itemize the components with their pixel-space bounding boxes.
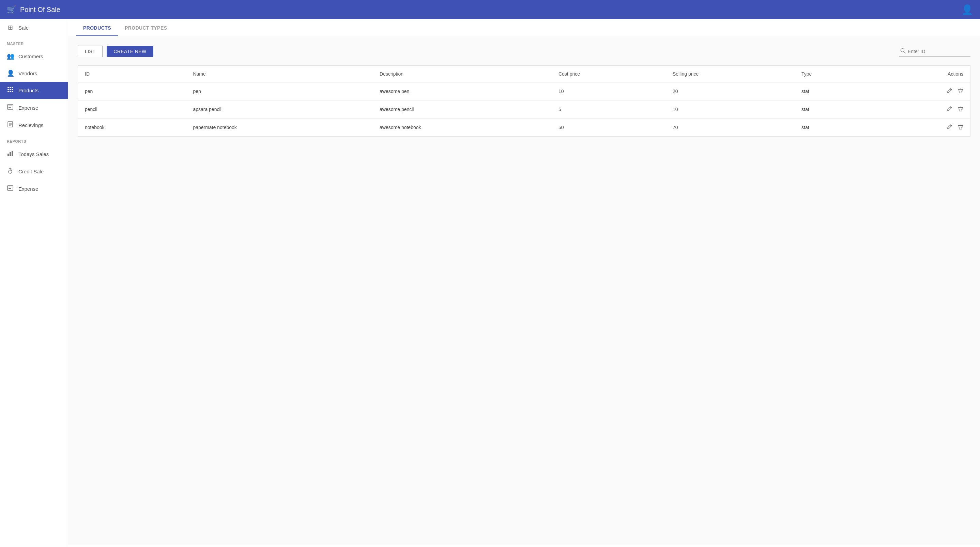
svg-rect-11 <box>8 107 11 108</box>
cell-description: awesome pencil <box>373 100 552 119</box>
sidebar-item-sale[interactable]: ⊞ Sale <box>0 19 68 36</box>
svg-line-26 <box>950 89 951 90</box>
tab-products[interactable]: PRODUCTS <box>76 19 118 36</box>
search-icon <box>900 48 906 55</box>
sidebar-label-sale: Sale <box>18 25 29 31</box>
sidebar-item-products[interactable]: Products <box>0 82 68 99</box>
recievings-icon <box>7 121 14 129</box>
table-header: ID Name Description Cost price Selling p… <box>78 66 970 83</box>
sidebar-label-recievings: Recievings <box>18 122 43 128</box>
svg-line-25 <box>904 51 906 53</box>
svg-point-2 <box>11 87 13 88</box>
app-title: Point Of Sale <box>20 6 60 14</box>
cell-description: awesome pen <box>373 83 552 100</box>
edit-icon[interactable] <box>947 106 952 113</box>
col-selling-price: Selling price <box>666 66 795 83</box>
master-section-label: MASTER <box>0 36 68 48</box>
col-actions: Actions <box>873 66 970 83</box>
cell-selling-price: 20 <box>666 83 795 100</box>
main-content: PRODUCTS PRODUCT TYPES LIST CREATE NEW <box>68 19 980 547</box>
cell-name: pen <box>186 83 373 100</box>
products-icon <box>7 86 14 94</box>
content-area: LIST CREATE NEW <box>68 36 980 545</box>
cell-actions <box>873 83 970 100</box>
sale-icon: ⊞ <box>7 24 14 31</box>
svg-point-7 <box>10 91 11 92</box>
sidebar-label-todays-sales: Todays Sales <box>18 151 49 157</box>
credit-sale-icon <box>7 168 14 175</box>
sidebar-item-expense-report[interactable]: Expense <box>0 180 68 197</box>
sidebar-item-todays-sales[interactable]: Todays Sales <box>0 145 68 163</box>
todays-sales-icon <box>7 150 14 158</box>
svg-rect-16 <box>8 154 9 156</box>
sidebar-item-expense[interactable]: Expense <box>0 99 68 116</box>
edit-icon[interactable] <box>947 124 952 131</box>
cell-selling-price: 10 <box>666 100 795 119</box>
cell-id: pen <box>78 83 186 100</box>
delete-icon[interactable] <box>958 124 963 131</box>
account-icon[interactable]: 👤 <box>961 4 973 15</box>
sidebar-label-credit-sale: Credit Sale <box>18 169 44 174</box>
expense-icon <box>7 104 14 112</box>
sidebar-label-expense: Expense <box>18 105 38 111</box>
col-id: ID <box>78 66 186 83</box>
table-row: notebook papermate notebook awesome note… <box>78 119 970 137</box>
toolbar: LIST CREATE NEW <box>78 46 970 57</box>
cell-description: awesome notebook <box>373 119 552 137</box>
svg-rect-18 <box>11 151 13 156</box>
cell-type: stat <box>795 83 873 100</box>
topbar-left: 🛒 Point Of Sale <box>7 5 60 14</box>
sidebar-label-vendors: Vendors <box>18 70 37 76</box>
svg-rect-17 <box>10 152 11 156</box>
col-description: Description <box>373 66 552 83</box>
svg-line-36 <box>950 126 951 126</box>
delete-icon[interactable] <box>958 88 963 95</box>
sidebar-label-expense-report: Expense <box>18 186 38 192</box>
vendors-icon: 👤 <box>7 70 14 77</box>
svg-rect-23 <box>8 188 11 189</box>
table-body: pen pen awesome pen 10 20 stat <box>78 83 970 137</box>
sidebar-label-products: Products <box>18 87 38 93</box>
delete-icon[interactable] <box>958 106 963 113</box>
cell-name: papermate notebook <box>186 119 373 137</box>
cell-cost-price: 50 <box>552 119 666 137</box>
svg-rect-22 <box>8 187 12 187</box>
cell-actions <box>873 100 970 119</box>
cart-icon: 🛒 <box>7 5 16 14</box>
edit-icon[interactable] <box>947 88 952 95</box>
svg-rect-10 <box>8 106 12 106</box>
svg-point-1 <box>10 87 11 88</box>
svg-point-6 <box>8 91 9 92</box>
create-new-button[interactable]: CREATE NEW <box>107 46 153 57</box>
cell-cost-price: 10 <box>552 83 666 100</box>
cell-actions <box>873 119 970 137</box>
sidebar-item-recievings[interactable]: Recievings <box>0 116 68 134</box>
svg-line-31 <box>950 107 951 108</box>
tab-product-types[interactable]: PRODUCT TYPES <box>118 19 174 36</box>
col-type: Type <box>795 66 873 83</box>
customers-icon: 👥 <box>7 52 14 60</box>
sidebar-item-credit-sale[interactable]: Credit Sale <box>0 163 68 180</box>
svg-point-5 <box>11 89 13 90</box>
col-cost-price: Cost price <box>552 66 666 83</box>
list-button[interactable]: LIST <box>78 46 103 57</box>
svg-point-0 <box>8 87 9 88</box>
svg-point-8 <box>11 91 13 92</box>
reports-section-label: REPORTS <box>0 134 68 145</box>
topbar: 🛒 Point Of Sale 👤 <box>0 0 980 19</box>
cell-name: apsara pencil <box>186 100 373 119</box>
sidebar-item-vendors[interactable]: 👤 Vendors <box>0 65 68 82</box>
sidebar-item-customers[interactable]: 👥 Customers <box>0 48 68 65</box>
products-table: ID Name Description Cost price Selling p… <box>78 66 970 136</box>
col-name: Name <box>186 66 373 83</box>
table-row: pencil apsara pencil awesome pencil 5 10… <box>78 100 970 119</box>
table-row: pen pen awesome pen 10 20 stat <box>78 83 970 100</box>
cell-id: notebook <box>78 119 186 137</box>
tabs-bar: PRODUCTS PRODUCT TYPES <box>68 19 980 36</box>
layout: ⊞ Sale MASTER 👥 Customers 👤 Vendors Prod… <box>0 19 980 547</box>
svg-point-3 <box>8 89 9 90</box>
cell-selling-price: 70 <box>666 119 795 137</box>
products-table-wrapper: ID Name Description Cost price Selling p… <box>78 65 970 137</box>
cell-cost-price: 5 <box>552 100 666 119</box>
search-input[interactable] <box>908 49 969 54</box>
